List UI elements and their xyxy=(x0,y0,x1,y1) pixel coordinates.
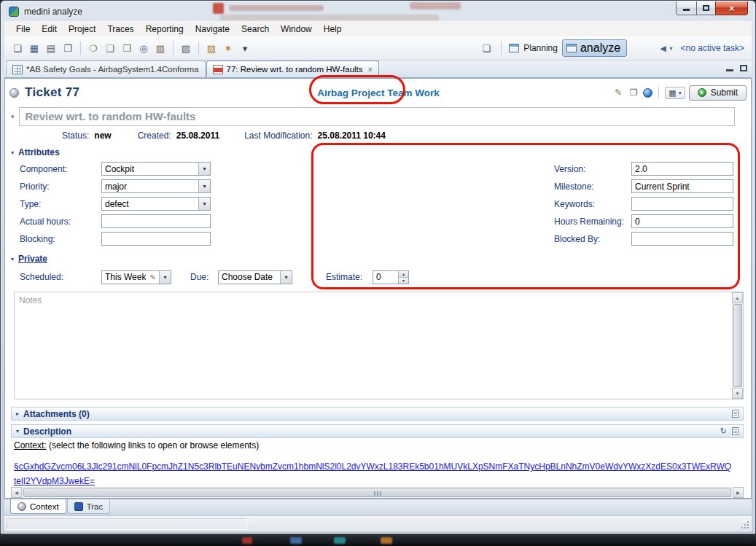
blocked-by-field[interactable] xyxy=(631,232,733,246)
scrollbar-thumb[interactable] xyxy=(733,304,742,387)
description-horizontal-scrollbar[interactable]: ◀ ▶ xyxy=(11,487,744,498)
task-history-dropdown-icon[interactable]: ▾ xyxy=(670,45,673,52)
close-button[interactable]: × xyxy=(715,1,748,15)
attachments-section-header[interactable]: ▸ Attachments (0) xyxy=(11,407,744,421)
hours-remaining-field[interactable]: 0 xyxy=(631,214,733,228)
taskbar-thumbnail[interactable] xyxy=(334,537,346,544)
window-controls: × xyxy=(676,1,748,15)
attributes-section-header[interactable]: ▾ Attributes xyxy=(11,147,60,157)
menu-item-window[interactable]: Window xyxy=(275,23,318,36)
edit-ticket-icon[interactable]: ✎ xyxy=(612,87,624,98)
review-icon[interactable]: ❒ xyxy=(120,41,134,55)
scrollbar-thumb[interactable] xyxy=(23,488,731,497)
planning-perspective-button[interactable]: Planning xyxy=(523,43,558,53)
milestone-field[interactable]: Current Sprint xyxy=(631,179,733,193)
dropdown-arrow-icon[interactable]: ▾ xyxy=(280,271,292,284)
new-comment-icon[interactable]: ❍ xyxy=(86,41,101,55)
expand-section-icon[interactable]: ▸ xyxy=(16,410,19,417)
back-arrow-icon[interactable]: ◀ xyxy=(660,44,666,53)
screen: medini analyze × FileEditProjectTracesRe… xyxy=(0,0,756,546)
minimize-editor-icon[interactable] xyxy=(726,69,733,71)
view-layout-selector[interactable]: ▦ ▾ xyxy=(665,87,685,99)
open-element-icon[interactable]: ▨ xyxy=(204,41,219,55)
collapse-section-icon[interactable]: ▾ xyxy=(11,149,14,156)
notes-field[interactable]: Notes ▲ ▼ xyxy=(14,292,744,399)
export-icon[interactable]: ❐ xyxy=(61,41,75,55)
open-perspective-icon[interactable]: ❏ xyxy=(479,41,494,55)
dropdown-arrow-icon[interactable]: ▾ xyxy=(198,163,210,175)
bottom-tab-context[interactable]: Context xyxy=(10,499,66,514)
add-attachment-icon[interactable] xyxy=(732,410,739,418)
windows-taskbar[interactable] xyxy=(0,534,756,546)
menu-item-file[interactable]: File xyxy=(10,23,36,36)
due-date-select[interactable]: Choose Date ▾ xyxy=(218,270,292,284)
print-icon[interactable]: ▤ xyxy=(44,41,58,55)
taskbar-thumbnail[interactable] xyxy=(242,537,252,544)
menu-item-project[interactable]: Project xyxy=(63,23,101,36)
estimate-stepper[interactable]: 0 ▲ ▼ xyxy=(373,270,409,284)
notes-placeholder: Notes xyxy=(19,295,42,305)
notes-scrollbar[interactable]: ▲ ▼ xyxy=(732,292,743,399)
ticket-title-field[interactable]: Review wrt. to random HW-faults xyxy=(19,107,735,126)
due-label: Due: xyxy=(190,272,218,282)
save-icon[interactable]: ▦ xyxy=(27,41,42,55)
titlebar[interactable]: medini analyze × xyxy=(1,1,755,21)
dropdown-arrow-icon[interactable]: ▾ xyxy=(159,271,171,284)
new-model-icon[interactable]: ❏ xyxy=(10,41,25,55)
component-select[interactable]: Cockpit▾ xyxy=(101,162,211,176)
menu-item-search[interactable]: Search xyxy=(235,23,275,36)
menu-item-help[interactable]: Help xyxy=(318,23,348,36)
step-up-icon[interactable]: ▲ xyxy=(399,271,408,277)
scroll-right-icon[interactable]: ▶ xyxy=(733,487,744,498)
title-collapse-icon[interactable]: ▾ xyxy=(11,113,15,120)
bottom-tab-trac[interactable]: Trac xyxy=(67,499,111,514)
dropdown-arrow-icon[interactable]: ▾ xyxy=(198,198,210,210)
version-field[interactable]: 2.0 xyxy=(631,162,733,176)
maximize-editor-icon[interactable] xyxy=(740,65,747,71)
element-link[interactable]: §cGxhdGZvcm06L3Jlc291cmNlL0FpcmJhZ1N5c3R… xyxy=(14,459,733,488)
refresh-icon[interactable]: ↻ xyxy=(720,426,727,436)
comments-icon[interactable]: ❑ xyxy=(103,41,117,55)
toolbar-overflow-icon[interactable]: ▾ xyxy=(238,41,252,55)
scroll-left-icon[interactable]: ◀ xyxy=(11,487,22,498)
trace-search-icon[interactable]: ◎ xyxy=(136,41,151,55)
quick-fix-icon[interactable]: ✶ xyxy=(221,41,235,55)
submit-button[interactable]: Submit xyxy=(689,85,747,101)
paste-icon[interactable]: ▧ xyxy=(179,41,193,55)
combo-value: This Week xyxy=(105,272,146,282)
analyze-perspective-button[interactable]: analyze xyxy=(562,39,627,57)
menu-item-traces[interactable]: Traces xyxy=(101,23,139,36)
editor-tab-ab-safety-goals-airbagsy[interactable]: *AB Safety Goals - AirbagSystem1.4Confor… xyxy=(6,61,206,77)
menu-item-reporting[interactable]: Reporting xyxy=(140,23,190,36)
open-in-browser-icon[interactable] xyxy=(643,88,652,98)
taskbar-thumbnail[interactable] xyxy=(290,537,302,544)
step-down-icon[interactable]: ▼ xyxy=(399,277,408,284)
editor-tab-77-review-wrt-to-random-[interactable]: 77: Review wrt. to random HW-faults× xyxy=(206,61,379,77)
duplicate-ticket-icon[interactable]: ❐ xyxy=(628,87,639,98)
collapse-section-icon[interactable]: ▾ xyxy=(11,256,14,262)
keywords-field[interactable] xyxy=(631,197,733,211)
menu-item-edit[interactable]: Edit xyxy=(36,23,63,36)
menu-item-navigate[interactable]: Navigate xyxy=(190,23,235,36)
blocking-field[interactable] xyxy=(101,232,211,246)
edit-description-icon[interactable] xyxy=(732,427,739,435)
dropdown-arrow-icon[interactable]: ▾ xyxy=(198,180,210,192)
close-tab-icon[interactable]: × xyxy=(368,65,373,74)
scroll-down-icon[interactable]: ▼ xyxy=(732,388,743,399)
private-section-header[interactable]: ▾ Private xyxy=(11,254,47,264)
actual-hours-field[interactable] xyxy=(101,214,211,228)
priority-select[interactable]: major▾ xyxy=(101,179,211,193)
glass-artifact xyxy=(213,3,224,14)
type-select[interactable]: defect▾ xyxy=(101,197,211,211)
collapse-section-icon[interactable]: ▾ xyxy=(16,428,19,434)
scroll-up-icon[interactable]: ▲ xyxy=(732,292,743,303)
edit-schedule-icon[interactable]: ✎ xyxy=(150,273,157,281)
description-section-header[interactable]: ▾ Description ↻ xyxy=(11,424,744,438)
active-task-label[interactable]: <no active task> xyxy=(681,43,744,53)
resize-grip[interactable] xyxy=(740,520,749,529)
taskbar-thumbnail[interactable] xyxy=(381,537,392,544)
report-book-icon[interactable]: ▥ xyxy=(153,41,168,55)
scheduled-select[interactable]: This Week ✎ ▾ xyxy=(101,270,171,284)
minimize-button[interactable] xyxy=(676,1,697,15)
maximize-button[interactable] xyxy=(696,1,716,15)
